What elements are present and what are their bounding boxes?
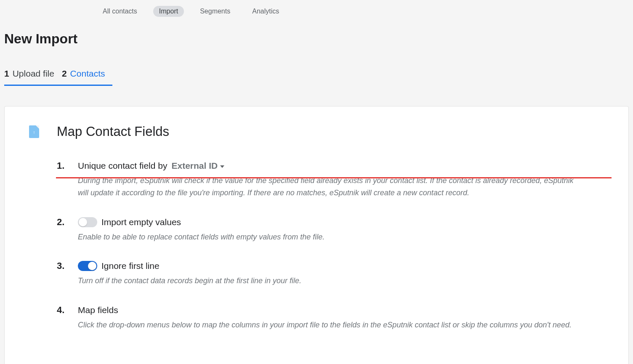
- field-list: 1. Unique contact field by External ID D…: [29, 160, 607, 331]
- import-empty-toggle[interactable]: [78, 217, 97, 227]
- field-label: Map fields: [78, 305, 118, 315]
- step-label: Contacts: [70, 69, 105, 79]
- field-ignore-first-line: 3. Ignore first line Turn off if the con…: [57, 260, 607, 287]
- ignore-first-line-toggle[interactable]: [78, 261, 97, 271]
- upload-file-icon: ↑: [29, 125, 39, 138]
- field-map-fields: 4. Map fields Click the drop-down menus …: [57, 305, 607, 331]
- field-import-empty: 2. Import empty values Enable to be able…: [57, 217, 607, 243]
- step-upload-file[interactable]: 1 Upload file: [4, 64, 62, 86]
- field-label: Import empty values: [101, 217, 181, 227]
- step-label: Upload file: [13, 69, 54, 79]
- step-tabs: 1 Upload file 2 Contacts: [0, 64, 633, 86]
- field-number: 3.: [57, 260, 67, 271]
- nav-all-contacts[interactable]: All contacts: [97, 6, 143, 17]
- card-header: ↑ Map Contact Fields: [29, 124, 607, 139]
- step-contacts[interactable]: 2 Contacts: [62, 64, 113, 86]
- map-fields-card: ↑ Map Contact Fields 1. Unique contact f…: [4, 106, 629, 364]
- field-number: 4.: [57, 305, 67, 316]
- chevron-down-icon: [220, 165, 224, 168]
- dropdown-selected-value: External ID: [171, 161, 218, 171]
- field-unique-contact: 1. Unique contact field by External ID D…: [57, 160, 607, 199]
- field-description: Turn off if the contact data records beg…: [78, 275, 574, 287]
- nav-import[interactable]: Import: [153, 6, 184, 17]
- page-title: New Import: [0, 23, 633, 64]
- field-number: 1.: [57, 160, 67, 171]
- field-description: Click the drop-down menus below to map t…: [78, 319, 574, 331]
- nav-analytics[interactable]: Analytics: [246, 6, 285, 17]
- field-label-prefix: Unique contact field by: [78, 161, 167, 171]
- top-nav: All contacts Import Segments Analytics: [0, 0, 633, 23]
- field-number: 2.: [57, 217, 67, 228]
- card-title: Map Contact Fields: [57, 124, 169, 139]
- field-description: Enable to be able to replace contact fie…: [78, 231, 574, 243]
- step-number: 2: [62, 69, 67, 79]
- nav-segments[interactable]: Segments: [194, 6, 236, 17]
- step-number: 1: [4, 69, 9, 79]
- toggle-knob: [79, 218, 87, 226]
- toggle-knob: [88, 262, 96, 270]
- unique-field-dropdown[interactable]: External ID: [171, 161, 224, 171]
- field-label: Ignore first line: [101, 261, 160, 271]
